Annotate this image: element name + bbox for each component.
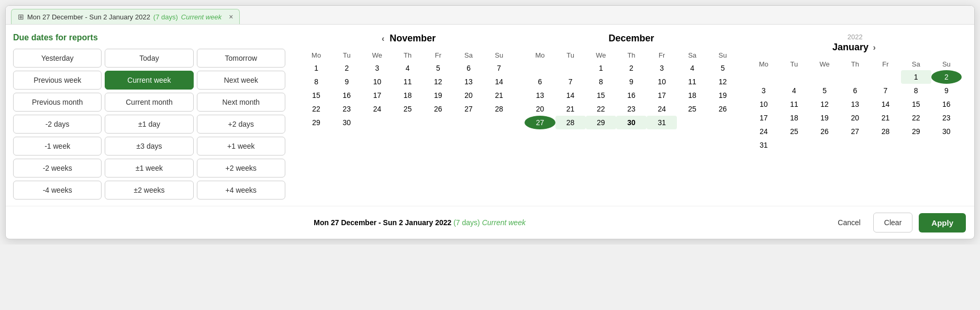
calendar-day[interactable]: 23 bbox=[931, 111, 962, 125]
calendar-day[interactable]: 25 bbox=[677, 102, 707, 116]
calendar-day[interactable]: 24 bbox=[647, 102, 677, 116]
calendar-day[interactable]: 27 bbox=[525, 116, 555, 129]
calendar-day[interactable]: 30 bbox=[616, 116, 647, 129]
calendar-day[interactable]: 16 bbox=[931, 97, 962, 111]
calendar-day[interactable]: 7 bbox=[484, 61, 514, 75]
calendar-day[interactable]: 12 bbox=[423, 75, 453, 88]
calendar-day[interactable]: 2 bbox=[331, 61, 362, 75]
calendar-day[interactable]: 7 bbox=[555, 75, 586, 88]
prev-month-nav[interactable]: ‹ bbox=[380, 34, 386, 43]
calendar-day[interactable]: 1 bbox=[301, 61, 331, 75]
cancel-button[interactable]: Cancel bbox=[831, 214, 867, 231]
preset-button[interactable]: -1 week bbox=[13, 137, 102, 156]
calendar-day[interactable]: 3 bbox=[362, 61, 392, 75]
calendar-day[interactable]: 23 bbox=[331, 102, 362, 116]
preset-button[interactable]: Tomorrow bbox=[197, 49, 285, 68]
calendar-day[interactable]: 10 bbox=[362, 75, 392, 88]
calendar-day[interactable]: 28 bbox=[870, 125, 900, 138]
calendar-day[interactable]: 29 bbox=[901, 125, 931, 138]
calendar-day[interactable]: 16 bbox=[331, 88, 362, 102]
calendar-day[interactable]: 28 bbox=[484, 102, 514, 116]
calendar-day[interactable]: 23 bbox=[616, 102, 647, 116]
calendar-day[interactable]: 1 bbox=[901, 70, 931, 84]
calendar-day[interactable]: 19 bbox=[809, 111, 840, 125]
clear-button[interactable]: Clear bbox=[873, 213, 912, 233]
calendar-day[interactable]: 10 bbox=[647, 75, 677, 88]
preset-button[interactable]: +2 weeks bbox=[197, 159, 285, 178]
calendar-day[interactable]: 15 bbox=[301, 88, 331, 102]
calendar-day[interactable]: 27 bbox=[840, 125, 870, 138]
calendar-day[interactable]: 8 bbox=[301, 75, 331, 88]
calendar-day[interactable]: 13 bbox=[840, 97, 870, 111]
calendar-day[interactable]: 8 bbox=[901, 84, 931, 97]
preset-button[interactable]: Yesterday bbox=[13, 49, 102, 68]
preset-button[interactable]: +2 days bbox=[197, 115, 285, 134]
calendar-day[interactable]: 15 bbox=[901, 97, 931, 111]
calendar-day[interactable]: 30 bbox=[331, 116, 362, 129]
calendar-day[interactable]: 5 bbox=[809, 84, 840, 97]
calendar-day[interactable]: 5 bbox=[423, 61, 453, 75]
calendar-day[interactable]: 14 bbox=[870, 97, 900, 111]
preset-button[interactable]: +1 week bbox=[197, 137, 285, 156]
calendar-day[interactable]: 28 bbox=[555, 116, 586, 129]
calendar-day[interactable]: 12 bbox=[809, 97, 840, 111]
preset-button[interactable]: Today bbox=[105, 49, 193, 68]
calendar-day[interactable]: 20 bbox=[525, 102, 555, 116]
next-month-nav[interactable]: › bbox=[871, 43, 877, 52]
calendar-day[interactable]: 6 bbox=[840, 84, 870, 97]
calendar-day[interactable]: 22 bbox=[901, 111, 931, 125]
calendar-day[interactable]: 26 bbox=[423, 102, 453, 116]
calendar-day[interactable]: 21 bbox=[484, 88, 514, 102]
preset-button[interactable]: Current week bbox=[105, 71, 193, 90]
calendar-day[interactable]: 20 bbox=[453, 88, 484, 102]
calendar-day[interactable]: 24 bbox=[749, 125, 779, 138]
calendar-day[interactable]: 7 bbox=[870, 84, 900, 97]
calendar-day[interactable]: 21 bbox=[870, 111, 900, 125]
preset-button[interactable]: ±1 week bbox=[105, 159, 193, 178]
calendar-day[interactable]: 12 bbox=[707, 75, 738, 88]
calendar-day[interactable]: 20 bbox=[840, 111, 870, 125]
calendar-day[interactable]: 13 bbox=[525, 88, 555, 102]
calendar-day[interactable]: 22 bbox=[586, 102, 616, 116]
preset-button[interactable]: ±1 day bbox=[105, 115, 193, 134]
calendar-day[interactable]: 2 bbox=[616, 61, 647, 75]
calendar-day[interactable]: 8 bbox=[586, 75, 616, 88]
calendar-day[interactable]: 19 bbox=[707, 88, 738, 102]
calendar-day[interactable]: 10 bbox=[749, 97, 779, 111]
calendar-day[interactable]: 1 bbox=[586, 61, 616, 75]
calendar-day[interactable]: 18 bbox=[393, 88, 423, 102]
calendar-day[interactable]: 26 bbox=[707, 102, 738, 116]
calendar-day[interactable]: 18 bbox=[779, 111, 809, 125]
calendar-day[interactable]: 9 bbox=[931, 84, 962, 97]
calendar-day[interactable]: 26 bbox=[809, 125, 840, 138]
calendar-day[interactable]: 27 bbox=[453, 102, 484, 116]
calendar-day[interactable]: 17 bbox=[749, 111, 779, 125]
apply-button[interactable]: Apply bbox=[919, 213, 966, 233]
preset-button[interactable]: Previous month bbox=[13, 93, 102, 112]
calendar-day[interactable]: 4 bbox=[393, 61, 423, 75]
calendar-day[interactable]: 17 bbox=[647, 88, 677, 102]
calendar-day[interactable]: 18 bbox=[677, 88, 707, 102]
preset-button[interactable]: ±3 days bbox=[105, 137, 193, 156]
calendar-day[interactable]: 22 bbox=[301, 102, 331, 116]
calendar-day[interactable]: 21 bbox=[555, 102, 586, 116]
calendar-day[interactable]: 9 bbox=[331, 75, 362, 88]
preset-button[interactable]: Previous week bbox=[13, 71, 102, 90]
preset-button[interactable]: Current month bbox=[105, 93, 193, 112]
calendar-day[interactable]: 29 bbox=[586, 116, 616, 129]
calendar-day[interactable]: 25 bbox=[393, 102, 423, 116]
calendar-day[interactable]: 15 bbox=[586, 88, 616, 102]
calendar-day[interactable]: 11 bbox=[393, 75, 423, 88]
calendar-day[interactable]: 16 bbox=[616, 88, 647, 102]
calendar-day[interactable]: 31 bbox=[647, 116, 677, 129]
calendar-day[interactable]: 2 bbox=[931, 70, 962, 84]
calendar-day[interactable]: 30 bbox=[931, 125, 962, 138]
calendar-day[interactable]: 13 bbox=[453, 75, 484, 88]
calendar-day[interactable]: 25 bbox=[779, 125, 809, 138]
calendar-day[interactable]: 11 bbox=[677, 75, 707, 88]
calendar-day[interactable]: 14 bbox=[484, 75, 514, 88]
calendar-day[interactable]: 31 bbox=[749, 138, 779, 152]
calendar-day[interactable]: 6 bbox=[525, 75, 555, 88]
calendar-day[interactable]: 24 bbox=[362, 102, 392, 116]
calendar-day[interactable]: 29 bbox=[301, 116, 331, 129]
